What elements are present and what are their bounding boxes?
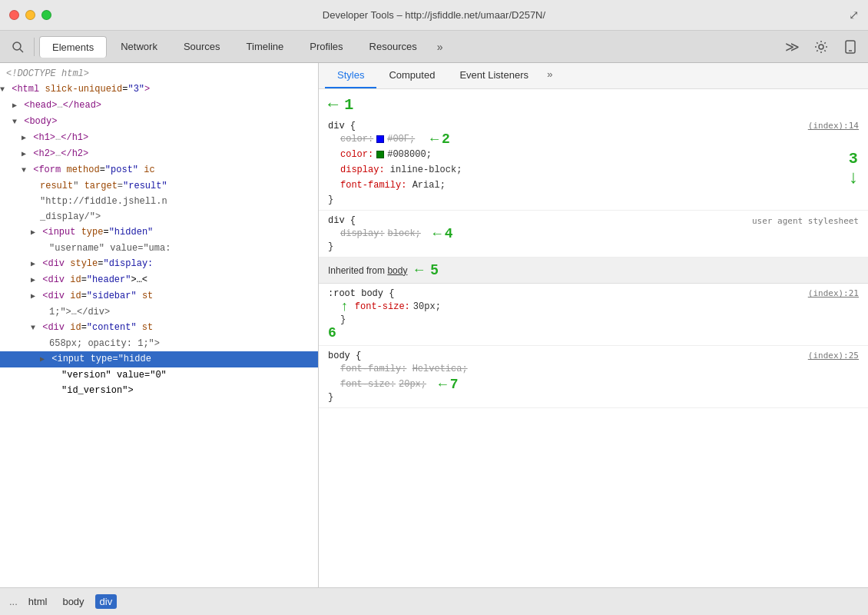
css-close-brace-1: } <box>328 193 859 205</box>
close-button[interactable] <box>9 10 19 20</box>
div-sidebar-line[interactable]: ▶ <div id="sidebar" st <box>0 288 318 304</box>
console-icon[interactable]: ≫ <box>780 35 803 58</box>
settings-icon[interactable] <box>810 35 833 58</box>
arrow-7-icon: ← <box>439 377 447 391</box>
arrow-1-icon: ← <box>328 95 338 115</box>
css-prop-value-fontsize1: 30px; <box>413 300 441 314</box>
html-tag-line[interactable]: ▼ <html slick-uniqueid="3"> <box>0 81 318 98</box>
form-attr2: "http://fiddle.jshell.n <box>0 194 318 209</box>
css-block-1: div { (index):14 color: #00F; ← 2 color:… <box>319 116 868 211</box>
annotation-4-label: 4 <box>445 227 453 241</box>
css-selector-1: div { <box>328 121 356 131</box>
css-selector-3: :root body { <box>328 288 394 299</box>
css-prop-value-display2: block; <box>388 227 421 241</box>
content-attr: 658px; opacity: 1;"> <box>0 336 318 351</box>
divider <box>34 38 35 56</box>
styles-tabs-bar: Styles Computed Event Listeners » <box>319 63 868 89</box>
annotation-7-label: 7 <box>450 377 459 391</box>
css-selector-4: body { <box>328 351 361 361</box>
css-prop-name-color2: color: <box>340 148 373 161</box>
tab-timeline[interactable]: Timeline <box>234 36 297 57</box>
main-content: <!DOCTYPE html> ▼ <html slick-uniqueid="… <box>0 63 868 587</box>
div-display-line[interactable]: ▶ <div style="display: <box>0 256 318 272</box>
css-source-3[interactable]: (index):21 <box>808 288 859 298</box>
css-source-4[interactable]: (index):25 <box>808 351 859 361</box>
css-prop-color1: color: #00F; ← 2 <box>328 131 859 147</box>
head-tag-line[interactable]: ▶ <head>…</head> <box>0 98 318 114</box>
tab-network[interactable]: Network <box>108 36 170 57</box>
css-prop-name-fontsize2: font-size: <box>340 377 396 391</box>
more-tabs-button[interactable]: » <box>431 38 449 56</box>
css-prop-font1: font-family: Arial; <box>328 178 859 193</box>
svg-point-0 <box>13 42 21 50</box>
styles-panel: Styles Computed Event Listeners » ← 1 di… <box>319 63 868 587</box>
window-title: Developer Tools – http://jsfiddle.net/um… <box>323 9 545 21</box>
breadcrumb-div[interactable]: div <box>95 594 118 609</box>
styles-more-button[interactable]: » <box>541 63 559 88</box>
annotation-2-label: 2 <box>442 132 450 146</box>
form-attr3: _display/"> <box>0 209 318 224</box>
expand-icon[interactable]: ⤢ <box>849 8 859 22</box>
tab-styles[interactable]: Styles <box>325 63 376 88</box>
window-controls <box>9 10 51 20</box>
css-close-brace-3: } <box>328 314 859 325</box>
annotation-3-area: 3 ↓ <box>848 150 859 188</box>
toolbar: Elements Network Sources Timeline Profil… <box>0 31 868 63</box>
css-selector-2: div { <box>328 215 356 226</box>
sidebar-attr: 1;">…</div> <box>0 304 318 320</box>
css-prop-name-font-family2: font-family: <box>340 364 406 374</box>
maximize-button[interactable] <box>41 10 51 20</box>
css-prop-value-display1: inline-block; <box>390 165 462 175</box>
css-prop-fontsize1: ↑ font-size: 30px; <box>328 299 859 314</box>
css-prop-value-fontsize2: 20px; <box>399 377 426 391</box>
css-source-2-text: user agent stylesheet <box>752 216 859 226</box>
annotation-1-label: 1 <box>344 96 353 114</box>
tab-profiles[interactable]: Profiles <box>297 36 355 57</box>
css-prop-color2: color: #008000; <box>328 147 859 162</box>
tab-computed[interactable]: Computed <box>376 63 447 88</box>
css-block-2: div { user agent stylesheet display: blo… <box>319 211 868 258</box>
tab-elements[interactable]: Elements <box>39 36 107 58</box>
color-swatch-blue <box>376 135 384 143</box>
div-header-line[interactable]: ▶ <div id="header">…< <box>0 272 318 288</box>
css-prop-fontsize2: font-size: 20px; ← 7 <box>328 377 859 392</box>
dom-panel: <!DOCTYPE html> ▼ <html slick-uniqueid="… <box>0 63 319 587</box>
breadcrumb-ellipsis: ... <box>9 596 18 607</box>
dom-tree[interactable]: <!DOCTYPE html> ▼ <html slick-uniqueid="… <box>0 63 318 587</box>
input-hidden-line[interactable]: ▶ <input type="hidden" <box>0 224 318 241</box>
arrow-5-icon: ← <box>412 262 426 278</box>
css-close-brace-2: } <box>328 241 859 252</box>
tab-resources[interactable]: Resources <box>357 36 429 57</box>
search-icon[interactable] <box>6 35 29 58</box>
css-prop-name-display2: display: <box>340 227 385 241</box>
css-prop-value-font-family2: Helvetica; <box>412 364 468 374</box>
toolbar-right: ≫ <box>780 35 862 58</box>
css-source-1[interactable]: (index):14 <box>808 121 859 131</box>
body-open-line[interactable]: ▼ <body> <box>0 114 318 130</box>
css-prop-name-color1: color: <box>340 132 373 146</box>
title-bar: Developer Tools – http://jsfiddle.net/um… <box>0 0 868 31</box>
form-line[interactable]: ▼ <form method="post" ic <box>0 162 318 178</box>
minimize-button[interactable] <box>25 10 35 20</box>
css-prop-value-color2: #008000; <box>387 148 432 161</box>
div-content-line[interactable]: ▼ <div id="content" st <box>0 320 318 336</box>
h1-line[interactable]: ▶ <h1>…</h1> <box>0 130 318 146</box>
svg-line-1 <box>20 49 23 52</box>
input-hidden2-line[interactable]: ▶ <input type="hidde <box>0 351 318 367</box>
color-swatch-green <box>376 151 384 158</box>
breadcrumb-body[interactable]: body <box>58 594 88 609</box>
breadcrumb-html[interactable]: html <box>24 594 52 609</box>
device-icon[interactable] <box>839 35 862 58</box>
input-version: "version" value="0" <box>0 367 318 383</box>
arrow-4-icon: ← <box>433 227 442 241</box>
tab-event-listeners[interactable]: Event Listeners <box>447 63 541 88</box>
tab-sources[interactable]: Sources <box>171 36 233 57</box>
css-close-brace-4: } <box>328 392 859 403</box>
doctype-line: <!DOCTYPE html> <box>0 66 318 81</box>
annotation-1-area: ← 1 <box>319 92 868 116</box>
css-prop-name-font1: font-family: <box>340 180 406 191</box>
annotation-6-label: 6 <box>328 325 859 341</box>
styles-content[interactable]: ← 1 div { (index):14 color: #00F; ← 2 <box>319 89 868 587</box>
css-prop-value-color1: #00F; <box>387 132 415 146</box>
h2-line[interactable]: ▶ <h2>…</h2> <box>0 146 318 162</box>
